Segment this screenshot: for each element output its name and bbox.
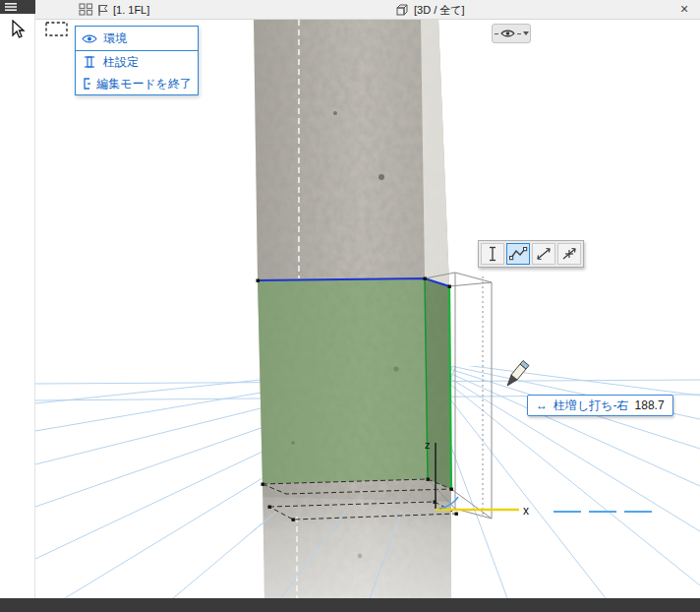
- column-reflection: [261, 497, 451, 598]
- tab-3d-view-label: [3D / 全て]: [414, 3, 465, 18]
- hamburger-icon: [5, 2, 19, 12]
- tracker-tooltip: ↔ 柱増し打ち-右 188.7: [527, 395, 673, 416]
- exit-icon: [82, 77, 90, 91]
- column-icon: [82, 55, 97, 69]
- flag-icon: [96, 4, 109, 17]
- edit-mode-panel: 環境 柱設定 編集モードを終了: [75, 26, 199, 95]
- tracker-label: 柱増し打ち-右: [554, 398, 629, 414]
- tracker-value[interactable]: 188.7: [635, 398, 665, 412]
- pet-button-free-move[interactable]: [557, 243, 581, 265]
- tab-bar: [1. 1FL] [3D / 全て] ×: [35, 0, 700, 20]
- viewport-3d[interactable]: z x 環境: [35, 20, 700, 598]
- double-arrow-icon: ↔: [536, 398, 548, 412]
- toolbox: [0, 14, 35, 598]
- quad-view-icon[interactable]: [79, 3, 93, 18]
- pet-button-stretch-height[interactable]: [481, 243, 504, 265]
- scene-3d: z x: [35, 20, 700, 598]
- arrow-cursor-icon: [9, 20, 26, 39]
- status-bar: [0, 598, 700, 612]
- cube-icon: [395, 4, 410, 17]
- marquee-tool-button[interactable]: [43, 20, 71, 39]
- pet-button-move-along-axis[interactable]: [532, 243, 555, 265]
- edit-panel-item-label: 環境: [103, 31, 127, 47]
- svg-text:x: x: [523, 504, 529, 518]
- arrow-tool-button[interactable]: [3, 16, 32, 43]
- edit-panel-item-exit-edit-mode[interactable]: 編集モードを終了: [76, 73, 198, 94]
- eye-icon: [82, 33, 97, 44]
- chevron-down-icon: [523, 31, 529, 35]
- tab-3d-view[interactable]: [3D / 全て]: [391, 1, 469, 19]
- edit-panel-item-label: 柱設定: [103, 54, 139, 71]
- dash-left: [495, 33, 498, 34]
- dash-right: [517, 33, 521, 34]
- tab-floor-plan-label: [1. 1FL]: [113, 4, 149, 16]
- menu-button[interactable]: [0, 0, 35, 14]
- edit-panel-item-environment[interactable]: 環境: [76, 27, 198, 51]
- marquee-icon: [44, 21, 70, 38]
- edit-panel-item-column-settings[interactable]: 柱設定: [76, 51, 198, 73]
- edit-panel-item-label: 編集モードを終了: [96, 76, 192, 92]
- pet-button-offset-edge[interactable]: [506, 243, 530, 265]
- visibility-button[interactable]: [492, 24, 531, 43]
- close-tab-button[interactable]: ×: [676, 0, 692, 19]
- tab-floor-plan[interactable]: [1. 1FL]: [92, 1, 153, 19]
- eye-icon: [500, 29, 515, 38]
- pet-palette: [478, 240, 584, 268]
- selected-column-segment[interactable]: [258, 278, 451, 489]
- svg-text:z: z: [425, 439, 431, 451]
